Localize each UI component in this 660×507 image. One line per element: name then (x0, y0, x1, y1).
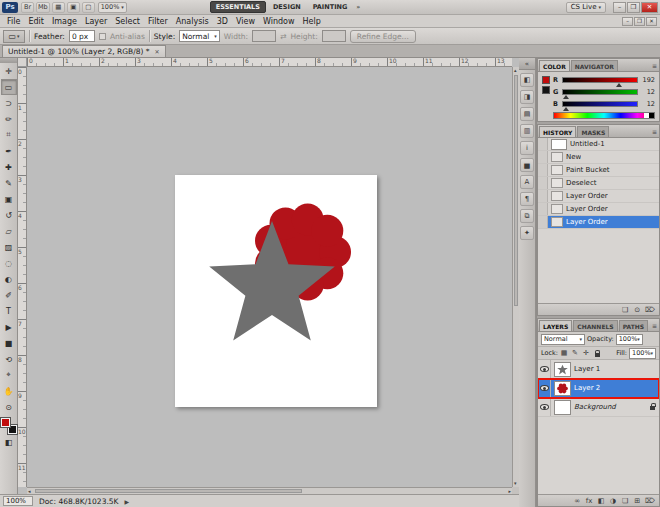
history-state-row[interactable]: Layer Order (538, 216, 659, 229)
view-extras-icon[interactable]: ▦ (52, 2, 65, 13)
paragraph-panel-icon[interactable]: ¶ (520, 192, 534, 206)
horizontal-scrollbar[interactable]: ◂ ▸ (27, 487, 512, 494)
panel-menu-icon[interactable]: ≡ (652, 322, 657, 329)
menu-3d[interactable]: 3D (213, 17, 232, 26)
channel-slider[interactable] (562, 89, 638, 95)
menu-analysis[interactable]: Analysis (172, 17, 213, 26)
scroll-down-icon[interactable]: ▾ (514, 481, 517, 486)
panel-menu-icon[interactable]: ≡ (652, 62, 657, 69)
adjustments-panel-icon[interactable]: ◧ (520, 73, 534, 87)
panel-menu-icon[interactable]: ≡ (652, 128, 657, 135)
history-state-row[interactable]: Layer Order (538, 190, 659, 203)
zoom-field[interactable]: 100% (3, 496, 33, 506)
history-state-row[interactable]: New (538, 151, 659, 164)
add-layer-mask-icon[interactable]: ◧ (597, 497, 605, 505)
layer-thumbnail[interactable] (554, 400, 571, 415)
slider-thumb-icon[interactable] (563, 104, 569, 111)
dodge-tool[interactable]: ◐ (1, 271, 17, 287)
swatches-panel-icon[interactable]: ▤ (520, 107, 534, 121)
channel-value[interactable]: 12 (641, 88, 655, 96)
hand-tool[interactable]: ✋ (1, 383, 17, 399)
channel-value[interactable]: 12 (641, 100, 655, 108)
rectangle-tool[interactable]: ■ (1, 335, 17, 351)
lock-pixels-icon[interactable]: ✎ (571, 349, 579, 357)
blur-tool[interactable]: ◌ (1, 255, 17, 271)
history-brush-tool[interactable]: ↺ (1, 207, 17, 223)
menu-help[interactable]: Help (299, 17, 325, 26)
black-swatch[interactable] (649, 113, 654, 118)
info-panel-icon[interactable]: i (520, 141, 534, 155)
adjustment-layer-icon[interactable]: ◑ (609, 497, 617, 505)
vertical-ruler[interactable]: 01234567891011 (18, 67, 27, 487)
history-source-cell[interactable] (538, 138, 548, 150)
history-source-cell[interactable] (538, 164, 548, 176)
history-state-row[interactable]: Layer Order (538, 203, 659, 216)
background-mini-swatch[interactable] (542, 86, 550, 94)
close-button[interactable]: ✕ (641, 2, 658, 13)
color-spectrum-ramp[interactable] (553, 112, 655, 119)
zoom-tool[interactable]: ⊙ (1, 399, 17, 415)
width-input[interactable] (252, 30, 276, 42)
active-tool-preset[interactable]: ▭ ▾ (3, 30, 25, 43)
layer-name[interactable]: Layer 1 (574, 365, 600, 373)
layer-thumbnail[interactable] (554, 381, 571, 396)
workspace-design[interactable]: DESIGN (268, 2, 306, 12)
doc-close-button[interactable]: ✕ (646, 17, 657, 26)
quick-mask-button[interactable]: ◧ (1, 434, 17, 450)
lasso-tool[interactable]: ⊃ (1, 95, 17, 111)
scroll-left-icon[interactable]: ◂ (28, 489, 31, 494)
brush-panel-icon[interactable]: ✦ (520, 226, 534, 240)
visibility-toggle[interactable] (538, 398, 551, 416)
link-dimensions-icon[interactable]: ⇄ (280, 32, 286, 41)
3d-camera-rotate-tool[interactable]: ⌖ (1, 367, 17, 383)
launch-bridge-icon[interactable]: Br (21, 2, 34, 13)
eyedropper-tool[interactable]: ✒ (1, 143, 17, 159)
new-document-from-state-icon[interactable]: ❏ (621, 306, 629, 314)
workspace-painting[interactable]: PAINTING (308, 2, 353, 12)
style-select[interactable]: Normal ▾ (179, 30, 220, 42)
appbar-zoom-level[interactable]: 100% ▾ (98, 2, 127, 13)
restore-button[interactable]: ❐ (627, 2, 640, 13)
pen-tool[interactable]: ✐ (1, 287, 17, 303)
tab-color[interactable]: COLOR (539, 60, 570, 71)
channel-slider[interactable] (562, 77, 638, 83)
layer-thumbnail[interactable] (554, 362, 571, 377)
brush-tool[interactable]: ✎ (1, 175, 17, 191)
character-panel-icon[interactable]: A (520, 175, 534, 189)
styles-panel-icon[interactable]: ▥ (520, 124, 534, 138)
histogram-panel-icon[interactable]: ▅ (520, 158, 534, 172)
layer-row-background[interactable]: Background (538, 398, 659, 417)
height-input[interactable] (322, 30, 346, 42)
doc-minimize-button[interactable]: – (622, 17, 633, 26)
masks-panel-icon[interactable]: ◨ (520, 90, 534, 104)
history-source-cell[interactable] (538, 177, 548, 189)
layer-row-layer-1[interactable]: Layer 1 (538, 360, 659, 379)
clone-stamp-tool[interactable]: ▣ (1, 191, 17, 207)
new-snapshot-icon[interactable]: ⊙ (633, 306, 641, 314)
new-layer-icon[interactable]: ⊞ (633, 497, 641, 505)
horizontal-scroll-thumb[interactable] (35, 489, 302, 493)
crop-tool[interactable]: ⌗ (1, 127, 17, 143)
history-state-row[interactable]: Paint Bucket (538, 164, 659, 177)
slider-thumb-icon[interactable] (563, 92, 569, 99)
scroll-right-icon[interactable]: ▸ (508, 489, 511, 494)
menu-image[interactable]: Image (48, 17, 81, 26)
horizontal-ruler[interactable]: 012345678910111213 (27, 58, 512, 67)
vertical-scroll-thumb[interactable] (514, 75, 518, 306)
tab-paths[interactable]: PATHS (619, 320, 648, 331)
expand-panels-button[interactable]: « (519, 58, 535, 70)
arrange-documents-icon[interactable]: ▣ (67, 2, 80, 13)
history-source-cell[interactable] (538, 203, 548, 215)
foreground-mini-swatch[interactable] (542, 76, 550, 84)
tab-channels[interactable]: CHANNELS (573, 320, 617, 331)
tab-navigator[interactable]: NAVIGATOR (571, 60, 618, 71)
doc-restore-button[interactable]: ❐ (634, 17, 645, 26)
path-selection-tool[interactable]: ▶ (1, 319, 17, 335)
tab-layers[interactable]: LAYERS (539, 320, 572, 331)
cs-live-button[interactable]: CS Live ▾ (566, 2, 606, 13)
blend-mode-select[interactable]: Normal ▾ (541, 334, 585, 345)
history-source-cell[interactable] (538, 151, 548, 163)
eraser-tool[interactable]: ▱ (1, 223, 17, 239)
foreground-color-swatch[interactable] (1, 418, 10, 427)
document-tab[interactable]: Untitled-1 @ 100% (Layer 2, RGB/8) * ✕ (2, 45, 166, 57)
